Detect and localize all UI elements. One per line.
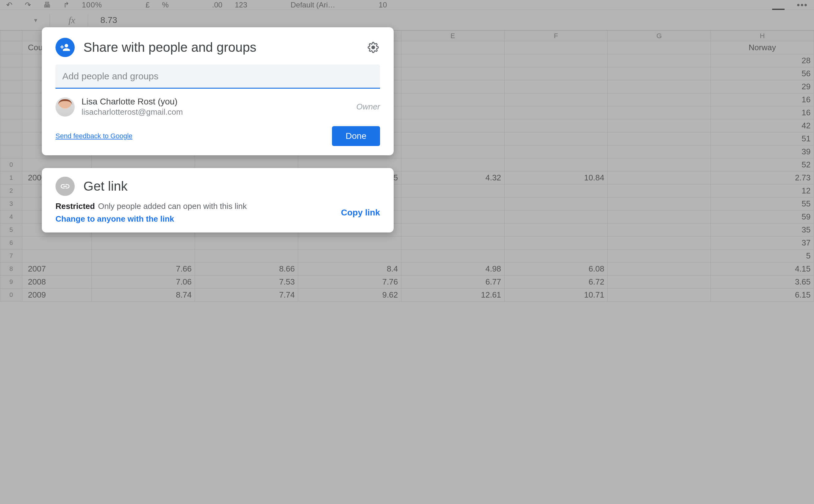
change-link-access-button[interactable]: Change to anyone with the link xyxy=(55,214,174,224)
get-link-dialog: Get link Restricted Only people added ca… xyxy=(42,168,394,232)
link-icon xyxy=(55,177,75,196)
owner-row: Lisa Charlotte Rost (you) lisacharlotter… xyxy=(55,97,380,117)
share-dialog: Share with people and groups Lisa Charlo… xyxy=(42,27,394,155)
done-button[interactable]: Done xyxy=(332,126,380,146)
svg-point-0 xyxy=(372,46,375,49)
share-dialog-title: Share with people and groups xyxy=(83,40,358,55)
add-people-input[interactable] xyxy=(55,64,380,89)
person-add-icon xyxy=(55,38,75,57)
link-restriction-text: Restricted Only people added can open wi… xyxy=(55,201,380,211)
avatar xyxy=(55,97,75,117)
person-name: Lisa Charlotte Rost (you) xyxy=(82,97,349,107)
copy-link-button[interactable]: Copy link xyxy=(341,208,380,218)
get-link-title: Get link xyxy=(83,179,380,194)
person-role: Owner xyxy=(356,102,380,112)
person-email: lisacharlotterost@gmail.com xyxy=(82,107,349,117)
send-feedback-link[interactable]: Send feedback to Google xyxy=(55,132,132,140)
share-settings-button[interactable] xyxy=(366,41,380,54)
